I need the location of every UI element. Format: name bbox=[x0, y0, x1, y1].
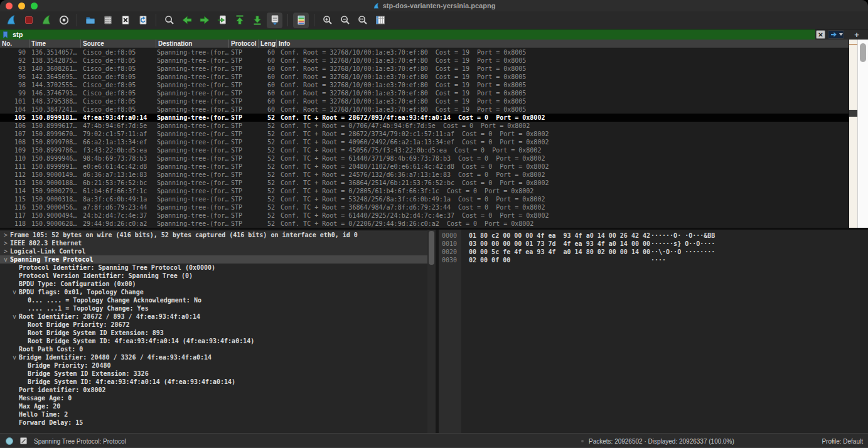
expand-toggle[interactable]: v bbox=[13, 312, 19, 321]
packet-row[interactable]: 114150.9000279…61:b4:6f:66:3f:1cSpanning… bbox=[0, 187, 849, 195]
packet-minimap[interactable] bbox=[849, 40, 857, 228]
capture-options-button[interactable] bbox=[56, 13, 72, 28]
filter-add-button[interactable]: + bbox=[849, 29, 864, 40]
packet-row[interactable]: 106150.8999617…47:4b:94:6f:7d:5eSpanning… bbox=[0, 122, 849, 130]
packet-row[interactable]: 101148.3795388…Cisco_de:f8:05Spanning-tr… bbox=[0, 97, 849, 105]
column-header-destination[interactable]: Destination bbox=[156, 40, 228, 48]
packet-row[interactable]: 98144.3702555…Cisco_de:f8:05Spanning-tre… bbox=[0, 81, 849, 89]
detail-row[interactable]: Bridge System ID Extension: 3326 bbox=[0, 370, 436, 378]
detail-row[interactable]: Protocol Identifier: Spanning Tree Proto… bbox=[0, 264, 436, 272]
find-packet-button[interactable] bbox=[161, 13, 177, 28]
hex-row[interactable]: 000001 80 c2 00 00 00 4f ea 93 4f a0 14 … bbox=[439, 232, 868, 240]
scrollbar-thumb[interactable] bbox=[860, 43, 866, 62]
expand-toggle[interactable]: v bbox=[4, 255, 10, 264]
detail-row[interactable]: .... ...1 = Topology Change: Yes bbox=[0, 304, 436, 312]
detail-row[interactable]: Forward Delay: 15 bbox=[0, 419, 436, 427]
colorize-packets-button[interactable] bbox=[293, 13, 309, 28]
zoom-out-button[interactable] bbox=[337, 13, 353, 28]
details-scrollbar-thumb[interactable] bbox=[429, 231, 434, 265]
start-capture-button[interactable] bbox=[3, 13, 19, 28]
column-header-info[interactable]: Info bbox=[276, 40, 849, 48]
column-header-no[interactable]: No. bbox=[0, 40, 29, 48]
go-forward-button[interactable] bbox=[196, 13, 212, 28]
expert-info-icon[interactable] bbox=[6, 437, 13, 445]
column-header-time[interactable]: Time bbox=[29, 40, 80, 48]
filter-clear-button[interactable]: ✕ bbox=[816, 30, 825, 39]
detail-row[interactable]: Port identifier: 0x8002 bbox=[0, 386, 436, 394]
minimize-window-button[interactable] bbox=[18, 3, 25, 9]
packet-list-scrollbar[interactable] bbox=[857, 40, 868, 228]
packet-row[interactable]: 113150.9000188…6b:21:53:76:52:bcSpanning… bbox=[0, 179, 849, 187]
column-header-protocol[interactable]: Protocol bbox=[228, 40, 258, 48]
packet-row[interactable]: 108150.8999708…66:a2:1a:13:34:efSpanning… bbox=[0, 138, 849, 146]
hex-row[interactable]: 003002 00 0f 00···· bbox=[439, 256, 868, 264]
column-header-length[interactable]: Length bbox=[258, 40, 276, 48]
stop-capture-button[interactable] bbox=[21, 13, 36, 28]
open-file-button[interactable] bbox=[82, 13, 98, 28]
go-back-button[interactable] bbox=[179, 13, 195, 28]
restart-capture-button[interactable] bbox=[38, 13, 54, 28]
detail-row[interactable]: BPDU Type: Configuration (0x00) bbox=[0, 280, 436, 288]
filter-bookmark-icon[interactable] bbox=[0, 29, 10, 40]
packet-row[interactable]: 107150.8999670…79:02:c1:57:11:afSpanning… bbox=[0, 130, 849, 138]
close-file-button[interactable] bbox=[117, 13, 133, 28]
capture-comment-icon[interactable] bbox=[19, 437, 28, 446]
packet-row[interactable]: 96142.3645695…Cisco_de:f8:05Spanning-tre… bbox=[0, 73, 849, 81]
hex-row[interactable]: 001003 00 00 00 00 01 73 7d 4f ea 93 4f … bbox=[439, 240, 868, 248]
packet-row[interactable]: 105150.8999181…4f:ea:93:4f:a0:14Spanning… bbox=[0, 114, 849, 122]
hex-row[interactable]: 002000 00 5c fe 4f ea 93 4f a0 14 80 02 … bbox=[439, 248, 868, 256]
detail-row[interactable]: Max Age: 20 bbox=[0, 402, 436, 410]
packet-row[interactable]: 110150.8999946…98:4b:69:73:78:b3Spanning… bbox=[0, 154, 849, 163]
go-to-packet-button[interactable] bbox=[214, 13, 230, 28]
close-window-button[interactable] bbox=[6, 3, 13, 9]
detail-row[interactable]: 0... .... = Topology Change Acknowledgme… bbox=[0, 296, 436, 304]
packet-row[interactable]: 111150.8999991…e0:e6:61:4c:42:d8Spanning… bbox=[0, 163, 849, 171]
zoom-in-button[interactable] bbox=[319, 13, 335, 28]
packet-row[interactable]: 90136.3514057…Cisco_de:f8:05Spanning-tre… bbox=[0, 48, 849, 56]
expand-toggle[interactable]: > bbox=[4, 239, 10, 247]
detail-row[interactable]: vBPDU flags: 0x01, Topology Change bbox=[0, 288, 436, 296]
detail-row[interactable]: Root Bridge Priority: 28672 bbox=[0, 321, 436, 329]
packet-row[interactable]: 109150.8999786…f3:43:22:0b:d5:eaSpanning… bbox=[0, 146, 849, 154]
zoom-window-button[interactable] bbox=[31, 3, 38, 9]
save-file-button[interactable] bbox=[100, 13, 115, 28]
packet-row[interactable]: 117150.9000494…24:b2:d4:7c:4e:37Spanning… bbox=[0, 211, 849, 220]
detail-row[interactable]: >Frame 105: 52 bytes on wire (416 bits),… bbox=[0, 231, 436, 239]
detail-row[interactable]: vBridge Identifier: 20480 / 3326 / 4f:ea… bbox=[0, 353, 436, 361]
detail-row[interactable]: vSpanning Tree Protocol bbox=[0, 255, 436, 264]
detail-row[interactable]: Protocol Version Identifier: Spanning Tr… bbox=[0, 272, 436, 280]
expand-toggle[interactable]: > bbox=[4, 247, 10, 255]
details-scrollbar[interactable] bbox=[427, 230, 436, 433]
display-filter-input[interactable] bbox=[10, 29, 815, 40]
packet-row[interactable]: 115150.9000318…8a:3f:c6:0b:49:1aSpanning… bbox=[0, 195, 849, 203]
filter-apply-button[interactable] bbox=[828, 30, 844, 39]
packet-row[interactable]: 93140.3608261…Cisco_de:f8:05Spanning-tre… bbox=[0, 65, 849, 73]
expand-toggle[interactable]: > bbox=[4, 231, 10, 239]
packet-row[interactable]: 104150.3847241…Cisco_de:f8:05Spanning-tr… bbox=[0, 105, 849, 114]
go-last-button[interactable] bbox=[249, 13, 265, 28]
packet-row[interactable]: 92138.3542875…Cisco_de:f8:05Spanning-tre… bbox=[0, 56, 849, 65]
status-profile[interactable]: Profile: Default bbox=[822, 438, 863, 445]
packet-row[interactable]: 116150.9000456…a7:8f:d6:79:23:44Spanning… bbox=[0, 203, 849, 211]
detail-row[interactable]: Root Bridge System ID: 4f:ea:93:4f:a0:14… bbox=[0, 337, 436, 345]
detail-row[interactable]: >IEEE 802.3 Ethernet bbox=[0, 239, 436, 247]
detail-row[interactable]: Bridge System ID: 4f:ea:93:4f:a0:14 (4f:… bbox=[0, 378, 436, 386]
expand-toggle[interactable]: v bbox=[13, 353, 19, 361]
expand-toggle[interactable]: v bbox=[13, 288, 19, 296]
detail-row[interactable]: vRoot Identifier: 28672 / 893 / 4f:ea:93… bbox=[0, 312, 436, 321]
auto-scroll-button[interactable] bbox=[267, 13, 282, 28]
detail-row[interactable]: >Logical-Link Control bbox=[0, 247, 436, 255]
resize-columns-button[interactable] bbox=[372, 13, 388, 28]
go-first-button[interactable] bbox=[232, 13, 247, 28]
column-header-source[interactable]: Source bbox=[80, 40, 156, 48]
packet-row[interactable]: 112150.9000149…d6:36:a7:13:1e:83Spanning… bbox=[0, 171, 849, 179]
detail-row[interactable]: Hello Time: 2 bbox=[0, 410, 436, 419]
packet-row[interactable]: 99146.3746793…Cisco_de:f8:05Spanning-tre… bbox=[0, 89, 849, 97]
detail-row[interactable]: Bridge Priority: 20480 bbox=[0, 361, 436, 370]
reload-file-button[interactable] bbox=[135, 13, 151, 28]
detail-row[interactable]: Root Bridge System ID Extension: 893 bbox=[0, 329, 436, 337]
detail-row[interactable]: Message Age: 0 bbox=[0, 394, 436, 402]
detail-row[interactable]: Root Path Cost: 0 bbox=[0, 345, 436, 353]
zoom-original-button[interactable] bbox=[355, 13, 370, 28]
packet-row[interactable]: 118150.9000628…29:44:9d:26:c0:a2Spanning… bbox=[0, 220, 849, 228]
